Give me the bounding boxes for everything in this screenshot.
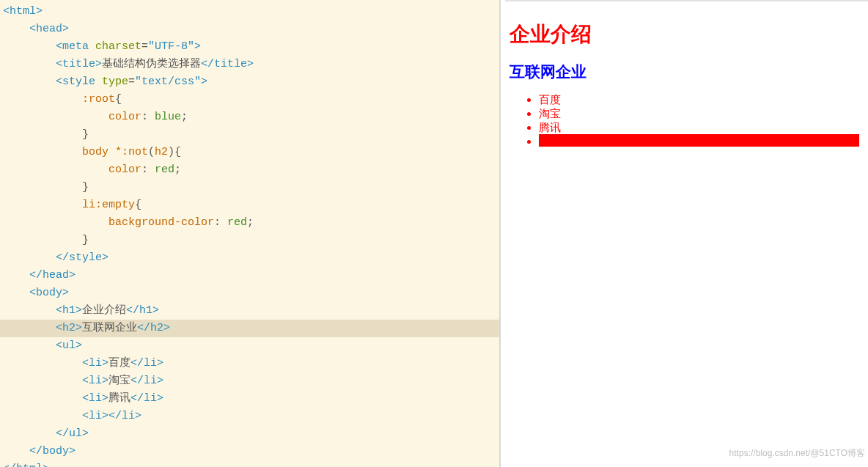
code-line[interactable]: <html> bbox=[0, 3, 499, 21]
code-line[interactable]: background-color: red; bbox=[0, 214, 499, 232]
code-line[interactable]: } bbox=[0, 126, 499, 144]
preview-list: 百度淘宝腾讯 bbox=[510, 92, 859, 147]
code-line[interactable]: color: red; bbox=[0, 161, 499, 179]
code-line[interactable]: <meta charset="UTF-8"> bbox=[0, 38, 499, 56]
code-line[interactable]: <ul> bbox=[0, 337, 499, 355]
code-line[interactable]: :root{ bbox=[0, 91, 499, 109]
code-line[interactable]: <li>腾讯</li> bbox=[0, 390, 499, 408]
preview-h2: 互联网企业 bbox=[510, 62, 859, 82]
code-line[interactable]: </ul> bbox=[0, 425, 499, 443]
code-line[interactable]: </html> bbox=[0, 460, 499, 467]
code-line[interactable]: li:empty{ bbox=[0, 196, 499, 214]
code-line[interactable]: <h2>互联网企业</h2> bbox=[0, 320, 499, 337]
list-item: 淘宝 bbox=[539, 106, 859, 120]
code-line[interactable]: <li>淘宝</li> bbox=[0, 372, 499, 390]
list-item bbox=[539, 134, 859, 147]
code-line[interactable]: </style> bbox=[0, 249, 499, 267]
preview-h1: 企业介绍 bbox=[510, 21, 859, 48]
code-line[interactable]: body *:not(h2){ bbox=[0, 144, 499, 161]
code-line[interactable]: <body> bbox=[0, 284, 499, 302]
code-line[interactable]: <h1>企业介绍</h1> bbox=[0, 302, 499, 320]
code-line[interactable]: color: blue; bbox=[0, 109, 499, 126]
code-line[interactable]: <li>百度</li> bbox=[0, 355, 499, 372]
code-line[interactable]: <title>基础结构伪类选择器</title> bbox=[0, 56, 499, 73]
code-line[interactable]: <li></li> bbox=[0, 408, 499, 425]
code-line[interactable]: } bbox=[0, 232, 499, 249]
code-line[interactable]: </head> bbox=[0, 267, 499, 284]
code-editor-pane[interactable]: <html> <head> <meta charset="UTF-8"> <ti… bbox=[0, 0, 499, 467]
list-item: 百度 bbox=[539, 92, 859, 106]
code-line[interactable]: </body> bbox=[0, 443, 499, 460]
code-line[interactable]: <style type="text/css"> bbox=[0, 73, 499, 91]
watermark-text: https://blog.csdn.net/@51CTO博客 bbox=[729, 447, 865, 460]
browser-preview-pane: 企业介绍 互联网企业 百度淘宝腾讯 https://blog.csdn.net/… bbox=[499, 0, 868, 467]
list-item: 腾讯 bbox=[539, 120, 859, 134]
code-line[interactable]: <head> bbox=[0, 21, 499, 38]
code-line[interactable]: } bbox=[0, 179, 499, 196]
